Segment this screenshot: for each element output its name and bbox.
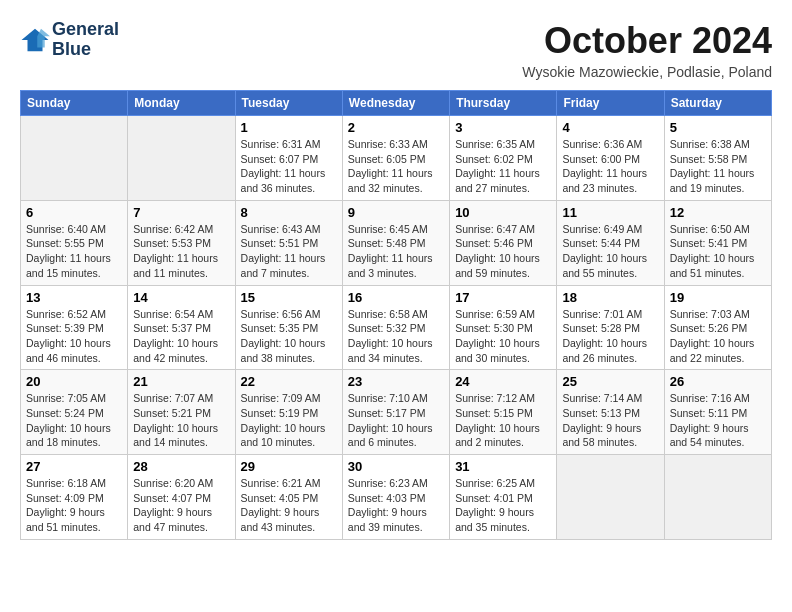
day-info: Sunrise: 6:52 AMSunset: 5:39 PMDaylight:…: [26, 307, 122, 366]
calendar-day-cell: 28Sunrise: 6:20 AMSunset: 4:07 PMDayligh…: [128, 455, 235, 540]
calendar-week-row: 1Sunrise: 6:31 AMSunset: 6:07 PMDaylight…: [21, 116, 772, 201]
calendar-day-cell: 7Sunrise: 6:42 AMSunset: 5:53 PMDaylight…: [128, 200, 235, 285]
calendar-day-cell: 10Sunrise: 6:47 AMSunset: 5:46 PMDayligh…: [450, 200, 557, 285]
day-number: 5: [670, 120, 766, 135]
calendar-day-cell: 31Sunrise: 6:25 AMSunset: 4:01 PMDayligh…: [450, 455, 557, 540]
calendar-day-cell: 18Sunrise: 7:01 AMSunset: 5:28 PMDayligh…: [557, 285, 664, 370]
calendar-week-row: 13Sunrise: 6:52 AMSunset: 5:39 PMDayligh…: [21, 285, 772, 370]
day-number: 8: [241, 205, 337, 220]
day-number: 27: [26, 459, 122, 474]
day-number: 2: [348, 120, 444, 135]
day-info: Sunrise: 6:42 AMSunset: 5:53 PMDaylight:…: [133, 222, 229, 281]
day-number: 25: [562, 374, 658, 389]
day-info: Sunrise: 6:36 AMSunset: 6:00 PMDaylight:…: [562, 137, 658, 196]
day-info: Sunrise: 6:49 AMSunset: 5:44 PMDaylight:…: [562, 222, 658, 281]
calendar-body: 1Sunrise: 6:31 AMSunset: 6:07 PMDaylight…: [21, 116, 772, 540]
day-info: Sunrise: 7:03 AMSunset: 5:26 PMDaylight:…: [670, 307, 766, 366]
weekday-header-cell: Friday: [557, 91, 664, 116]
logo-icon: [20, 25, 50, 55]
day-info: Sunrise: 6:20 AMSunset: 4:07 PMDaylight:…: [133, 476, 229, 535]
calendar-day-cell: 23Sunrise: 7:10 AMSunset: 5:17 PMDayligh…: [342, 370, 449, 455]
calendar-day-cell: 14Sunrise: 6:54 AMSunset: 5:37 PMDayligh…: [128, 285, 235, 370]
calendar-day-cell: 15Sunrise: 6:56 AMSunset: 5:35 PMDayligh…: [235, 285, 342, 370]
weekday-header-cell: Thursday: [450, 91, 557, 116]
day-number: 13: [26, 290, 122, 305]
day-number: 7: [133, 205, 229, 220]
day-info: Sunrise: 7:05 AMSunset: 5:24 PMDaylight:…: [26, 391, 122, 450]
location: Wysokie Mazowieckie, Podlasie, Poland: [522, 64, 772, 80]
day-info: Sunrise: 6:18 AMSunset: 4:09 PMDaylight:…: [26, 476, 122, 535]
logo-text: General Blue: [52, 20, 119, 60]
calendar-day-cell: 17Sunrise: 6:59 AMSunset: 5:30 PMDayligh…: [450, 285, 557, 370]
calendar-day-cell: [128, 116, 235, 201]
calendar-day-cell: 3Sunrise: 6:35 AMSunset: 6:02 PMDaylight…: [450, 116, 557, 201]
calendar-day-cell: 11Sunrise: 6:49 AMSunset: 5:44 PMDayligh…: [557, 200, 664, 285]
day-info: Sunrise: 6:45 AMSunset: 5:48 PMDaylight:…: [348, 222, 444, 281]
day-info: Sunrise: 7:01 AMSunset: 5:28 PMDaylight:…: [562, 307, 658, 366]
day-number: 23: [348, 374, 444, 389]
day-info: Sunrise: 6:40 AMSunset: 5:55 PMDaylight:…: [26, 222, 122, 281]
weekday-header-cell: Saturday: [664, 91, 771, 116]
day-info: Sunrise: 6:47 AMSunset: 5:46 PMDaylight:…: [455, 222, 551, 281]
day-info: Sunrise: 6:43 AMSunset: 5:51 PMDaylight:…: [241, 222, 337, 281]
calendar-day-cell: [21, 116, 128, 201]
calendar-day-cell: 9Sunrise: 6:45 AMSunset: 5:48 PMDaylight…: [342, 200, 449, 285]
day-number: 12: [670, 205, 766, 220]
calendar-day-cell: 13Sunrise: 6:52 AMSunset: 5:39 PMDayligh…: [21, 285, 128, 370]
weekday-header-cell: Monday: [128, 91, 235, 116]
day-info: Sunrise: 6:50 AMSunset: 5:41 PMDaylight:…: [670, 222, 766, 281]
day-info: Sunrise: 6:35 AMSunset: 6:02 PMDaylight:…: [455, 137, 551, 196]
day-info: Sunrise: 6:33 AMSunset: 6:05 PMDaylight:…: [348, 137, 444, 196]
weekday-header-cell: Sunday: [21, 91, 128, 116]
day-number: 20: [26, 374, 122, 389]
calendar: SundayMondayTuesdayWednesdayThursdayFrid…: [20, 90, 772, 540]
calendar-day-cell: 16Sunrise: 6:58 AMSunset: 5:32 PMDayligh…: [342, 285, 449, 370]
weekday-header-row: SundayMondayTuesdayWednesdayThursdayFrid…: [21, 91, 772, 116]
day-number: 4: [562, 120, 658, 135]
calendar-day-cell: 26Sunrise: 7:16 AMSunset: 5:11 PMDayligh…: [664, 370, 771, 455]
calendar-day-cell: 30Sunrise: 6:23 AMSunset: 4:03 PMDayligh…: [342, 455, 449, 540]
day-number: 6: [26, 205, 122, 220]
day-number: 29: [241, 459, 337, 474]
calendar-day-cell: 2Sunrise: 6:33 AMSunset: 6:05 PMDaylight…: [342, 116, 449, 201]
calendar-day-cell: 6Sunrise: 6:40 AMSunset: 5:55 PMDaylight…: [21, 200, 128, 285]
calendar-day-cell: [664, 455, 771, 540]
day-number: 31: [455, 459, 551, 474]
day-number: 9: [348, 205, 444, 220]
calendar-day-cell: 25Sunrise: 7:14 AMSunset: 5:13 PMDayligh…: [557, 370, 664, 455]
day-info: Sunrise: 7:10 AMSunset: 5:17 PMDaylight:…: [348, 391, 444, 450]
day-info: Sunrise: 6:54 AMSunset: 5:37 PMDaylight:…: [133, 307, 229, 366]
calendar-day-cell: 4Sunrise: 6:36 AMSunset: 6:00 PMDaylight…: [557, 116, 664, 201]
day-info: Sunrise: 6:21 AMSunset: 4:05 PMDaylight:…: [241, 476, 337, 535]
day-info: Sunrise: 6:56 AMSunset: 5:35 PMDaylight:…: [241, 307, 337, 366]
day-info: Sunrise: 6:25 AMSunset: 4:01 PMDaylight:…: [455, 476, 551, 535]
day-number: 15: [241, 290, 337, 305]
calendar-day-cell: 21Sunrise: 7:07 AMSunset: 5:21 PMDayligh…: [128, 370, 235, 455]
calendar-day-cell: 1Sunrise: 6:31 AMSunset: 6:07 PMDaylight…: [235, 116, 342, 201]
calendar-day-cell: [557, 455, 664, 540]
day-info: Sunrise: 7:07 AMSunset: 5:21 PMDaylight:…: [133, 391, 229, 450]
calendar-day-cell: 20Sunrise: 7:05 AMSunset: 5:24 PMDayligh…: [21, 370, 128, 455]
calendar-week-row: 20Sunrise: 7:05 AMSunset: 5:24 PMDayligh…: [21, 370, 772, 455]
day-number: 30: [348, 459, 444, 474]
day-number: 11: [562, 205, 658, 220]
day-number: 10: [455, 205, 551, 220]
calendar-day-cell: 29Sunrise: 6:21 AMSunset: 4:05 PMDayligh…: [235, 455, 342, 540]
day-info: Sunrise: 6:38 AMSunset: 5:58 PMDaylight:…: [670, 137, 766, 196]
day-number: 26: [670, 374, 766, 389]
day-info: Sunrise: 7:14 AMSunset: 5:13 PMDaylight:…: [562, 391, 658, 450]
calendar-week-row: 27Sunrise: 6:18 AMSunset: 4:09 PMDayligh…: [21, 455, 772, 540]
calendar-day-cell: 27Sunrise: 6:18 AMSunset: 4:09 PMDayligh…: [21, 455, 128, 540]
day-number: 3: [455, 120, 551, 135]
weekday-header-cell: Tuesday: [235, 91, 342, 116]
day-number: 14: [133, 290, 229, 305]
logo: General Blue: [20, 20, 119, 60]
day-number: 19: [670, 290, 766, 305]
day-info: Sunrise: 7:09 AMSunset: 5:19 PMDaylight:…: [241, 391, 337, 450]
day-number: 1: [241, 120, 337, 135]
day-number: 24: [455, 374, 551, 389]
calendar-week-row: 6Sunrise: 6:40 AMSunset: 5:55 PMDaylight…: [21, 200, 772, 285]
day-info: Sunrise: 6:59 AMSunset: 5:30 PMDaylight:…: [455, 307, 551, 366]
day-number: 21: [133, 374, 229, 389]
calendar-day-cell: 5Sunrise: 6:38 AMSunset: 5:58 PMDaylight…: [664, 116, 771, 201]
